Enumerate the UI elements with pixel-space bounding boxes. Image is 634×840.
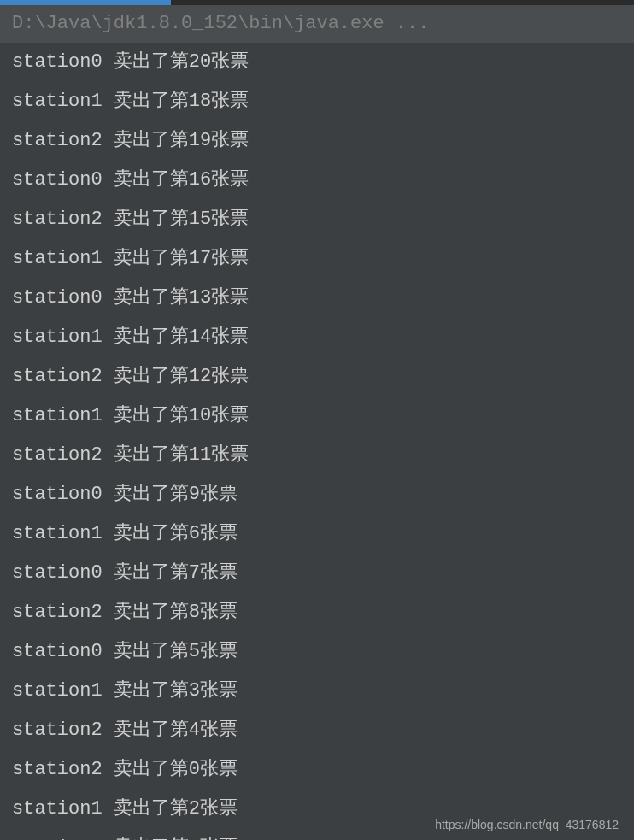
output-line: station0 卖出了第7张票 [0,554,634,593]
output-line: station2 卖出了第15张票 [0,200,634,239]
progress-bar [0,0,634,5]
output-line: station2 卖出了第4张票 [0,711,634,750]
output-line: station1 卖出了第3张票 [0,672,634,711]
output-line: station0 卖出了第16张票 [0,161,634,200]
output-line: station2 卖出了第8张票 [0,593,634,632]
output-line: station2 卖出了第0张票 [0,750,634,790]
console-output[interactable]: D:\Java\jdk1.8.0_152\bin\java.exe ... st… [0,5,634,840]
command-line: D:\Java\jdk1.8.0_152\bin\java.exe ... [0,5,634,43]
watermark: https://blog.csdn.net/qq_43176812 [435,818,619,831]
output-line: station1 卖出了第14张票 [0,318,634,357]
output-line: station1 卖出了第17张票 [0,239,634,279]
progress-fill [0,0,171,5]
output-line: station0 卖出了第9张票 [0,475,634,514]
output-line: station0 卖出了第5张票 [0,632,634,672]
output-line: station1 卖出了第18张票 [0,82,634,121]
output-line: station1 卖出了第10张票 [0,397,634,436]
output-line: station0 卖出了第13张票 [0,279,634,318]
output-line: station0 卖出了第20张票 [0,43,634,82]
output-line: station2 卖出了第11张票 [0,436,634,475]
output-line: station1 卖出了第6张票 [0,514,634,554]
output-line: station2 卖出了第19张票 [0,121,634,161]
output-line: station2 卖出了第12张票 [0,357,634,397]
